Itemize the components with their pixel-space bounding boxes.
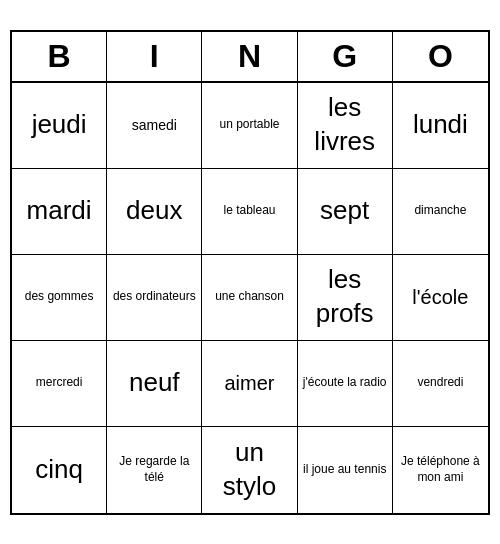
bingo-cell[interactable]: un portable: [202, 83, 297, 169]
bingo-grid: jeudisamediun portableles livreslundimar…: [12, 83, 488, 513]
bingo-cell[interactable]: les profs: [298, 255, 393, 341]
bingo-cell[interactable]: dimanche: [393, 169, 488, 255]
bingo-cell[interactable]: samedi: [107, 83, 202, 169]
bingo-cell[interactable]: j'écoute la radio: [298, 341, 393, 427]
bingo-cell[interactable]: sept: [298, 169, 393, 255]
bingo-cell[interactable]: des gommes: [12, 255, 107, 341]
header-letter: B: [12, 32, 107, 81]
header-letter: I: [107, 32, 202, 81]
bingo-header: BINGO: [12, 32, 488, 83]
bingo-cell[interactable]: lundi: [393, 83, 488, 169]
bingo-cell[interactable]: l'école: [393, 255, 488, 341]
bingo-cell[interactable]: une chanson: [202, 255, 297, 341]
bingo-cell[interactable]: mardi: [12, 169, 107, 255]
bingo-cell[interactable]: deux: [107, 169, 202, 255]
bingo-cell[interactable]: Je regarde la télé: [107, 427, 202, 513]
header-letter: N: [202, 32, 297, 81]
bingo-card: BINGO jeudisamediun portableles livreslu…: [10, 30, 490, 515]
bingo-cell[interactable]: jeudi: [12, 83, 107, 169]
bingo-cell[interactable]: Je téléphone à mon ami: [393, 427, 488, 513]
bingo-cell[interactable]: aimer: [202, 341, 297, 427]
header-letter: O: [393, 32, 488, 81]
bingo-cell[interactable]: des ordinateurs: [107, 255, 202, 341]
bingo-cell[interactable]: un stylo: [202, 427, 297, 513]
bingo-cell[interactable]: cinq: [12, 427, 107, 513]
bingo-cell[interactable]: neuf: [107, 341, 202, 427]
header-letter: G: [298, 32, 393, 81]
bingo-cell[interactable]: le tableau: [202, 169, 297, 255]
bingo-cell[interactable]: les livres: [298, 83, 393, 169]
bingo-cell[interactable]: mercredi: [12, 341, 107, 427]
bingo-cell[interactable]: il joue au tennis: [298, 427, 393, 513]
bingo-cell[interactable]: vendredi: [393, 341, 488, 427]
